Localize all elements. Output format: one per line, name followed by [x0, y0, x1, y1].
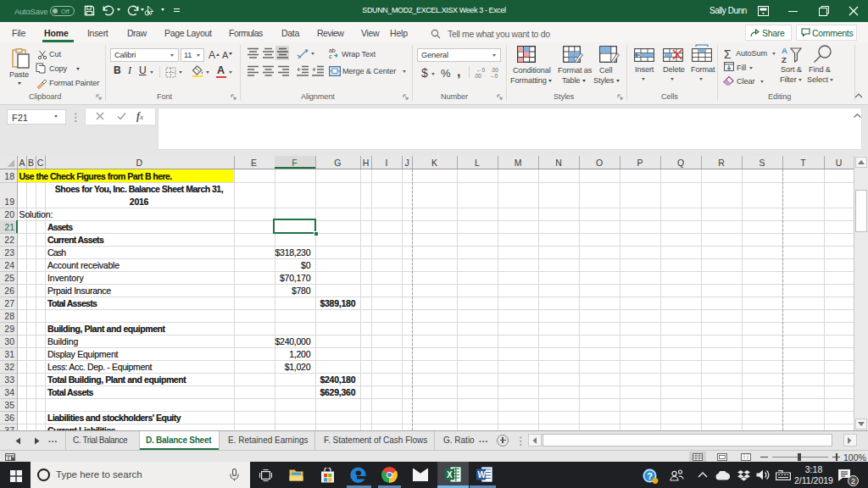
svg-text:c: c — [329, 53, 332, 59]
svg-text:X: X — [447, 470, 453, 480]
svg-text:?: ? — [647, 471, 653, 481]
svg-text:ab: ab — [329, 47, 336, 53]
svg-text:A: A — [782, 46, 787, 55]
svg-text:→0: →0 — [489, 73, 498, 79]
svg-text:Z: Z — [782, 55, 787, 64]
svg-text:W: W — [478, 470, 487, 480]
svg-text:.00: .00 — [474, 73, 481, 79]
